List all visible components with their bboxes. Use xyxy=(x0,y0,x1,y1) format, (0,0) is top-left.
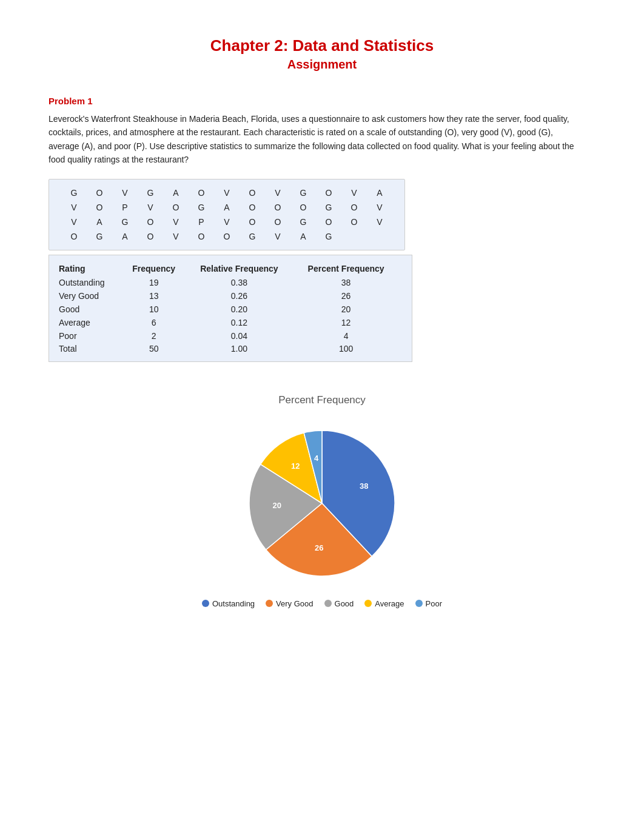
data-cell: P xyxy=(189,215,214,229)
freq-cell: 19 xyxy=(126,276,189,289)
pie-chart: 382620124 xyxy=(237,418,407,588)
raw-data-table: GOVGAOVOVGOVAVOPVOGAOOOGOVVAGOVPVOOGOOVO… xyxy=(61,186,392,244)
table-row: Very Good130.2626 xyxy=(59,289,402,303)
data-cell: V xyxy=(341,186,367,200)
col-header-relative: Relative Frequency xyxy=(189,260,297,276)
pie-label: 4 xyxy=(314,453,319,462)
data-cell: V xyxy=(163,229,189,244)
freq-cell: 0.38 xyxy=(189,276,297,289)
data-cell: O xyxy=(87,200,112,215)
freq-cell: 10 xyxy=(126,303,189,316)
table-row: Outstanding190.3838 xyxy=(59,276,402,289)
data-cell: G xyxy=(316,229,341,244)
freq-cell: Poor xyxy=(59,329,126,343)
chart-legend: OutstandingVery GoodGoodAveragePoor xyxy=(202,599,442,608)
data-cell: V xyxy=(265,186,290,200)
data-cell: G xyxy=(316,200,341,215)
data-cell: O xyxy=(214,229,240,244)
problem-1-label: Problem 1 xyxy=(49,96,595,106)
legend-item: Good xyxy=(324,599,354,608)
data-cell: A xyxy=(112,229,138,244)
total-row: Total501.00100 xyxy=(59,343,402,355)
chart-title: Percent Frequency xyxy=(278,394,366,406)
assignment-title: Assignment xyxy=(49,58,595,72)
col-header-percent: Percent Frequency xyxy=(296,260,402,276)
freq-cell: 0.26 xyxy=(189,289,297,303)
legend-item: Average xyxy=(364,599,404,608)
freq-cell: Very Good xyxy=(59,289,126,303)
freq-cell: 6 xyxy=(126,316,189,329)
freq-cell: 26 xyxy=(296,289,402,303)
legend-color-dot xyxy=(324,600,332,607)
freq-cell: 0.20 xyxy=(189,303,297,316)
data-cell: O xyxy=(163,200,189,215)
legend-label: Outstanding xyxy=(212,599,255,608)
freq-cell: Average xyxy=(59,316,126,329)
legend-label: Average xyxy=(375,599,404,608)
freq-cell: 20 xyxy=(296,303,402,316)
data-cell: O xyxy=(341,215,367,229)
data-cell: V xyxy=(61,200,87,215)
data-cell: A xyxy=(290,229,316,244)
freq-cell: Good xyxy=(59,303,126,316)
legend-color-dot xyxy=(266,600,273,607)
data-cell xyxy=(341,229,367,244)
data-grid: GOVGAOVOVGOVAVOPVOGAOOOGOVVAGOVPVOOGOOVO… xyxy=(49,179,405,250)
legend-label: Poor xyxy=(426,599,442,608)
problem-1-section: Problem 1 Leverock's Waterfront Steakhou… xyxy=(49,96,595,608)
pie-label: 12 xyxy=(291,461,300,471)
frequency-table-wrapper: Rating Frequency Relative Frequency Perc… xyxy=(49,255,412,362)
freq-cell: 12 xyxy=(296,316,402,329)
col-header-frequency: Frequency xyxy=(126,260,189,276)
legend-label: Good xyxy=(335,599,354,608)
frequency-table: Rating Frequency Relative Frequency Perc… xyxy=(59,260,402,355)
data-cell: O xyxy=(240,215,265,229)
data-cell: G xyxy=(290,215,316,229)
data-cell: G xyxy=(87,229,112,244)
legend-color-dot xyxy=(202,600,209,607)
data-cell: V xyxy=(61,215,87,229)
data-cell: V xyxy=(367,215,392,229)
pie-label: 20 xyxy=(273,501,281,510)
data-cell: G xyxy=(61,186,87,200)
freq-total-cell: 50 xyxy=(126,343,189,355)
pie-label: 38 xyxy=(360,481,368,491)
legend-color-dot xyxy=(364,600,372,607)
data-cell: G xyxy=(240,229,265,244)
problem-1-description: Leverock's Waterfront Steakhouse in Made… xyxy=(49,112,582,167)
data-cell: V xyxy=(265,229,290,244)
data-cell: O xyxy=(265,200,290,215)
pie-label: 26 xyxy=(315,543,323,552)
data-cell: G xyxy=(112,215,138,229)
data-cell xyxy=(367,229,392,244)
data-cell: V xyxy=(138,200,163,215)
data-cell: G xyxy=(189,200,214,215)
data-cell: A xyxy=(367,186,392,200)
legend-label: Very Good xyxy=(276,599,313,608)
data-cell: V xyxy=(163,215,189,229)
data-cell: O xyxy=(61,229,87,244)
data-cell: O xyxy=(265,215,290,229)
data-cell: O xyxy=(189,229,214,244)
freq-cell: 0.12 xyxy=(189,316,297,329)
legend-item: Outstanding xyxy=(202,599,255,608)
data-cell: O xyxy=(240,200,265,215)
data-cell: O xyxy=(316,186,341,200)
legend-item: Very Good xyxy=(266,599,313,608)
data-cell: V xyxy=(112,186,138,200)
freq-total-cell: 1.00 xyxy=(189,343,297,355)
freq-cell: 0.04 xyxy=(189,329,297,343)
data-cell: O xyxy=(189,186,214,200)
col-header-rating: Rating xyxy=(59,260,126,276)
data-cell: G xyxy=(138,186,163,200)
data-cell: G xyxy=(290,186,316,200)
chart-section: Percent Frequency 382620124 OutstandingV… xyxy=(49,394,595,608)
data-cell: O xyxy=(316,215,341,229)
legend-item: Poor xyxy=(415,599,442,608)
legend-color-dot xyxy=(415,600,423,607)
data-cell: A xyxy=(214,200,240,215)
table-row: Poor20.044 xyxy=(59,329,402,343)
chapter-title: Chapter 2: Data and Statistics xyxy=(49,36,595,55)
data-cell: V xyxy=(214,186,240,200)
data-cell: O xyxy=(290,200,316,215)
